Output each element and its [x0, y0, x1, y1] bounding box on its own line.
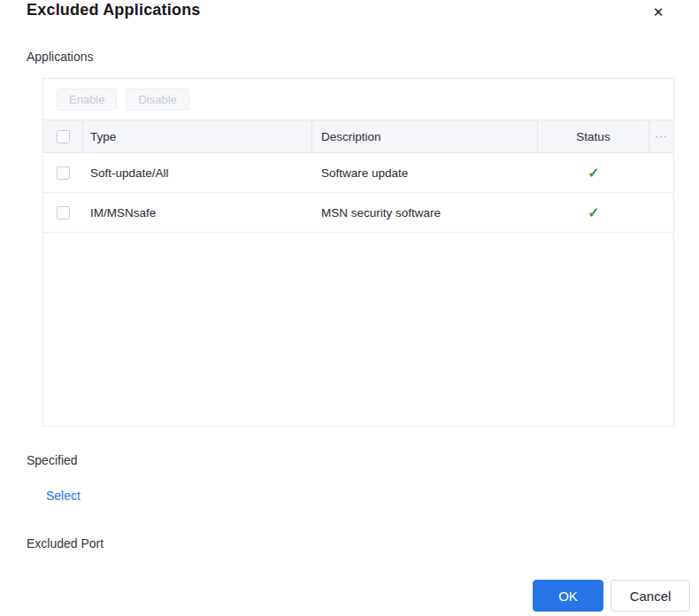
cell-description: Software update [312, 166, 538, 180]
header-checkbox-cell [43, 120, 83, 152]
cell-description: MSN security software [312, 206, 538, 219]
cancel-button[interactable]: Cancel [611, 580, 690, 612]
ok-button[interactable]: OK [533, 580, 603, 612]
column-header-type[interactable]: Type [83, 120, 312, 152]
row-checkbox-cell [43, 206, 83, 219]
cell-type: Soft-update/All [83, 166, 312, 180]
select-all-checkbox[interactable] [57, 130, 70, 143]
column-header-status[interactable]: Status [538, 120, 649, 152]
specified-label: Specified [27, 453, 78, 467]
cell-status: ✓ [538, 204, 649, 221]
select-link[interactable]: Select [46, 489, 81, 503]
excluded-applications-dialog: Excluded Applications ✕ Applications Ena… [0, 0, 699, 616]
column-header-description[interactable]: Description [312, 120, 538, 152]
status-enabled-icon: ✓ [588, 204, 599, 221]
row-checkbox-cell [43, 166, 83, 180]
enable-button[interactable]: Enable [57, 89, 117, 111]
disable-button[interactable]: Disable [126, 89, 188, 111]
table-header: Type Description Status ··· [43, 119, 673, 153]
table-empty-area [43, 233, 673, 426]
table-toolbar: Enable Disable [43, 79, 673, 119]
table-row[interactable]: Soft-update/All Software update ✓ [43, 153, 673, 193]
column-settings-icon[interactable]: ··· [655, 131, 668, 142]
applications-label: Applications [27, 50, 94, 64]
header-more-cell: ··· [649, 120, 673, 152]
status-enabled-icon: ✓ [588, 165, 599, 181]
cell-status: ✓ [538, 165, 649, 181]
row-checkbox[interactable] [57, 206, 70, 219]
table-row[interactable]: IM/MSNsafe MSN security software ✓ [43, 193, 673, 233]
row-checkbox[interactable] [57, 166, 70, 180]
applications-table-panel: Enable Disable Type Description Status ·… [42, 78, 674, 427]
cell-type: IM/MSNsafe [83, 206, 312, 219]
dialog-title: Excluded Applications [27, 1, 201, 19]
excluded-port-label: Excluded Port [27, 536, 104, 551]
close-icon[interactable]: ✕ [647, 0, 670, 23]
